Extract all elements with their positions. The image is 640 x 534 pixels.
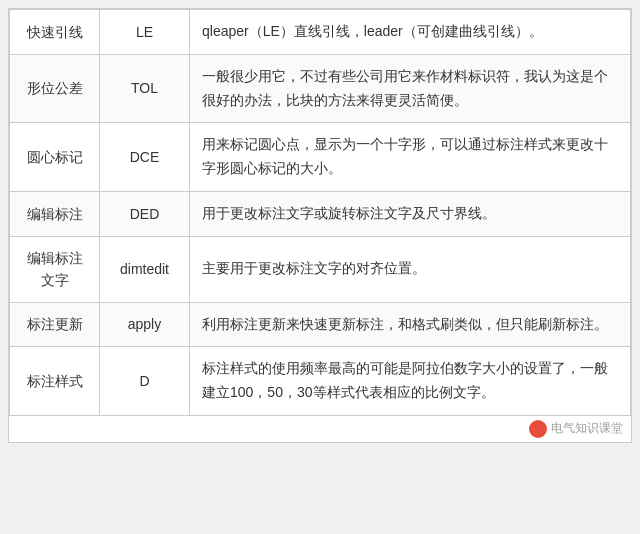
cell-name: 编辑标注 — [10, 191, 100, 236]
watermark-bar: 电气知识课堂 — [9, 416, 631, 442]
cell-name: 快速引线 — [10, 10, 100, 55]
cell-name: 圆心标记 — [10, 123, 100, 192]
command-table: 快速引线LEqleaper（LE）直线引线，leader（可创建曲线引线）。形位… — [9, 9, 631, 416]
cell-name: 标注更新 — [10, 302, 100, 347]
cell-command: dimtedit — [100, 236, 190, 302]
table-row: 编辑标注DED用于更改标注文字或旋转标注文字及尺寸界线。 — [10, 191, 631, 236]
cell-description: 用来标记圆心点，显示为一个十字形，可以通过标注样式来更改十字形圆心标记的大小。 — [190, 123, 631, 192]
table-row: 圆心标记DCE用来标记圆心点，显示为一个十字形，可以通过标注样式来更改十字形圆心… — [10, 123, 631, 192]
table-row: 标注样式D标注样式的使用频率最高的可能是阿拉伯数字大小的设置了，一般建立100，… — [10, 347, 631, 416]
cell-description: 利用标注更新来快速更新标注，和格式刷类似，但只能刷新标注。 — [190, 302, 631, 347]
watermark-icon — [529, 420, 547, 438]
cell-command: DED — [100, 191, 190, 236]
cell-name: 形位公差 — [10, 54, 100, 123]
cell-command: apply — [100, 302, 190, 347]
cell-description: 标注样式的使用频率最高的可能是阿拉伯数字大小的设置了，一般建立100，50，30… — [190, 347, 631, 416]
cell-description: 主要用于更改标注文字的对齐位置。 — [190, 236, 631, 302]
cell-description: 一般很少用它，不过有些公司用它来作材料标识符，我认为这是个很好的办法，比块的方法… — [190, 54, 631, 123]
main-container: 快速引线LEqleaper（LE）直线引线，leader（可创建曲线引线）。形位… — [8, 8, 632, 443]
cell-command: D — [100, 347, 190, 416]
cell-description: 用于更改标注文字或旋转标注文字及尺寸界线。 — [190, 191, 631, 236]
cell-command: TOL — [100, 54, 190, 123]
cell-command: LE — [100, 10, 190, 55]
table-row: 标注更新apply利用标注更新来快速更新标注，和格式刷类似，但只能刷新标注。 — [10, 302, 631, 347]
cell-name: 编辑标注文字 — [10, 236, 100, 302]
table-row: 编辑标注文字dimtedit主要用于更改标注文字的对齐位置。 — [10, 236, 631, 302]
cell-name: 标注样式 — [10, 347, 100, 416]
cell-command: DCE — [100, 123, 190, 192]
table-row: 快速引线LEqleaper（LE）直线引线，leader（可创建曲线引线）。 — [10, 10, 631, 55]
cell-description: qleaper（LE）直线引线，leader（可创建曲线引线）。 — [190, 10, 631, 55]
watermark-text: 电气知识课堂 — [551, 420, 623, 437]
table-row: 形位公差TOL一般很少用它，不过有些公司用它来作材料标识符，我认为这是个很好的办… — [10, 54, 631, 123]
